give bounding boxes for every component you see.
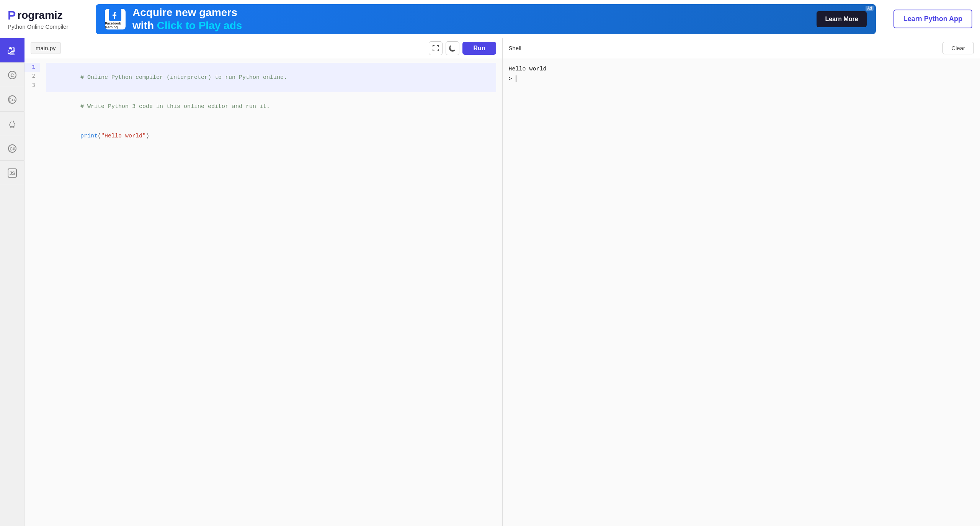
sidebar-item-java[interactable] [0,112,24,136]
c-lang-icon: C [7,70,18,80]
logo-p: P [8,8,16,23]
shell-cursor [516,75,516,82]
comment-2: # Write Python 3 code in this online edi… [80,103,270,110]
logo-rest: rogramiz [17,9,62,21]
js-icon: JS [7,168,18,178]
keyword-print: print [80,133,98,139]
shell-toolbar: Shell Clear [503,38,980,58]
svg-text:C: C [10,72,14,78]
shell-prompt-line: > [509,74,974,84]
code-line-1: # Online Python compiler (interpreter) t… [46,63,496,92]
line-numbers: 1 2 3 [24,58,40,526]
svg-text:C#: C# [10,147,15,151]
fullscreen-button[interactable] [429,41,443,55]
ad-main-line2: with Click to Play ads [132,19,810,32]
darkmode-button[interactable] [446,41,459,55]
shell-label: Shell [509,45,943,51]
fb-icon-area: Facebook Gaming [105,9,126,29]
editor-toolbar: main.py Run [24,38,502,58]
java-icon [7,119,18,129]
code-editor[interactable]: 1 2 3 # Online Python compiler (interpre… [24,58,502,526]
shell-output-line: Hello world [509,64,974,74]
fb-gaming-icon [109,9,121,21]
paren-close: ) [146,133,149,139]
line-num-3: 3 [24,81,40,90]
sidebar-item-python[interactable] [0,38,24,63]
sidebar-item-js[interactable]: JS [0,161,24,185]
ad-highlight: Click to Play ads [157,20,242,31]
learn-python-app-button[interactable]: Learn Python App [893,10,972,28]
python-icon [7,45,18,56]
editor-area: main.py Run 1 2 3 [24,38,503,526]
logo-subtitle: Python Online Compiler [8,23,68,30]
logo-text: P rogramiz [8,8,63,23]
ad-text2: with [132,20,157,31]
ad-label: Ad [866,6,873,11]
code-line-3: print("Hello world") [46,121,496,151]
line-num-2: 2 [24,72,40,81]
fb-label: Facebook Gaming [105,21,126,29]
sidebar-item-c[interactable]: C [0,63,24,87]
svg-text:C++: C++ [8,98,16,102]
svg-text:JS: JS [9,171,15,176]
logo-area: P rogramiz Python Online Compiler [8,8,84,30]
run-button[interactable]: Run [462,42,496,55]
clear-button[interactable]: Clear [942,42,974,54]
sidebar-item-cpp[interactable]: C++ [0,87,24,112]
cpp-icon: C++ [7,94,18,105]
navbar: P rogramiz Python Online Compiler Ad Fac… [0,0,980,38]
sidebar: C C++ C# JS [0,38,24,526]
darkmode-icon [449,44,456,52]
editor-tab[interactable]: main.py [31,42,61,54]
shell-prompt: > [509,76,516,82]
comment-1: # Online Python compiler (interpreter) t… [80,74,287,81]
ad-main-line1: Acquire new gamers [132,6,810,19]
code-lines[interactable]: # Online Python compiler (interpreter) t… [40,58,502,526]
shell-output[interactable]: Hello world > [503,58,980,526]
code-line-2: # Write Python 3 code in this online edi… [46,92,496,122]
shell-area: Shell Clear Hello world > [503,38,980,526]
ad-text-area: Acquire new gamers with Click to Play ad… [132,6,810,32]
sidebar-item-csharp[interactable]: C# [0,136,24,161]
main-layout: C C++ C# JS [0,38,980,526]
csharp-icon: C# [7,143,18,154]
ad-banner: Ad Facebook Gaming Acquire new gamers wi… [96,4,876,34]
string-hello: "Hello world" [101,133,146,139]
ad-learn-more-button[interactable]: Learn More [817,11,866,27]
line-num-1: 1 [24,63,40,72]
fullscreen-icon [432,44,439,52]
paren-open: ( [98,133,101,139]
